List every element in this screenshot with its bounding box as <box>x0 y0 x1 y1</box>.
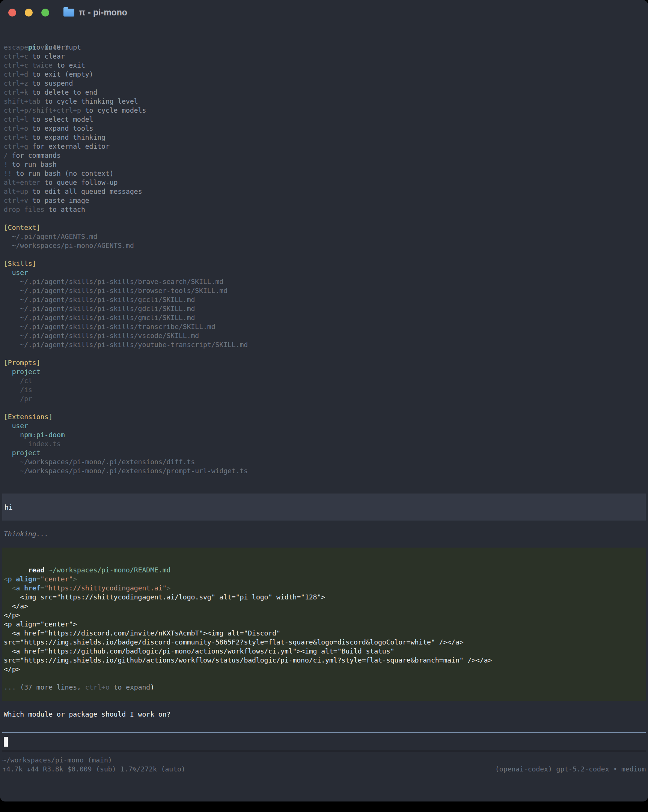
shortcut-line: shift+tab to cycle thinking level <box>4 97 648 106</box>
folder-icon <box>64 9 74 17</box>
cwd-status-line: ~/workspaces/pi-mono (main) <box>2 756 646 765</box>
shortcut-line: alt+enter to queue follow-up <box>4 178 648 187</box>
code-line: src="https://img.shields.io/github/actio… <box>4 656 644 665</box>
code-line: <p align="center"> <box>4 575 644 584</box>
code-line: </p> <box>4 665 644 674</box>
extensions-section: [Extensions] user npm:pi-doom index.ts p… <box>4 412 648 475</box>
user-message-text: hi <box>5 503 13 511</box>
traffic-lights <box>8 9 49 17</box>
tool-call-header: read~/workspaces/pi-mono/README.md <box>4 557 644 566</box>
file-path: ~/.pi/agent/AGENTS.md <box>4 232 648 241</box>
titlebar: π - pi-mono <box>0 0 648 25</box>
code-line: <img src="https://shittycodingagent.ai/l… <box>4 593 644 602</box>
context-files: ~/.pi/agent/AGENTS.md~/workspaces/pi-mon… <box>4 232 648 250</box>
usage-stats: ↑4.7k ↓44 R3.8k $0.009 (sub) 1.7%/272k (… <box>2 765 186 774</box>
shortcut-line: ctrl+t to expand thinking <box>4 133 648 142</box>
file-path: ~/.pi/agent/skills/pi-skills/gdcli/SKILL… <box>4 304 648 313</box>
shortcut-list: escape to interruptctrl+c to clearctrl+c… <box>4 43 648 214</box>
code-line: </p> <box>4 611 644 620</box>
shortcut-line: ctrl+c twice to exit <box>4 61 648 70</box>
code-line: <a href="https://discord.com/invite/nKXT… <box>4 629 644 638</box>
context-header: [Context] <box>4 223 648 232</box>
thinking-indicator: Thinking... <box>4 530 648 539</box>
shortcut-line: ctrl+z to suspend <box>4 79 648 88</box>
terminal-window: π - pi-mono piv0.49.3 escape to interrup… <box>0 0 648 801</box>
prompt-command: /is <box>4 385 648 394</box>
file-path: ~/.pi/agent/skills/pi-skills/transcribe/… <box>4 322 648 331</box>
tool-call-box: read~/workspaces/pi-mono/README.md <p al… <box>2 548 646 701</box>
skills-files: ~/.pi/agent/skills/pi-skills/brave-searc… <box>4 277 648 349</box>
extension-package-file: index.ts <box>4 440 648 449</box>
prompts-scope-label: project <box>4 367 648 376</box>
shortcut-line: ctrl+g for external editor <box>4 142 648 151</box>
tool-name: read <box>28 566 44 574</box>
extensions-project-scope-label: project <box>4 449 648 458</box>
prompt-commands: /cl/is/pr <box>4 376 648 403</box>
minimize-button[interactable] <box>25 9 33 17</box>
shortcut-line: alt+up to edit all queued messages <box>4 187 648 196</box>
file-path: ~/.pi/agent/skills/pi-skills/brave-searc… <box>4 277 648 286</box>
shortcut-line: / for commands <box>4 151 648 160</box>
code-block: <p align="center"> <a href="https://shit… <box>4 575 644 674</box>
session-log: piv0.49.3 escape to interruptctrl+c to c… <box>0 25 648 475</box>
prompt-command: /pr <box>4 394 648 403</box>
status-bar: ~/workspaces/pi-mono (main) ↑4.7k ↓44 R3… <box>2 756 646 774</box>
skills-header: [Skills] <box>4 259 648 268</box>
file-path: ~/.pi/agent/skills/pi-skills/browser-too… <box>4 286 648 295</box>
skills-scope-label: user <box>4 268 648 277</box>
file-path: ~/workspaces/pi-mono/AGENTS.md <box>4 241 648 250</box>
code-line: <p align="center"> <box>4 620 644 629</box>
file-path: ~/.pi/agent/skills/pi-skills/gccli/SKILL… <box>4 295 648 304</box>
version-line: piv0.49.3 <box>4 34 648 43</box>
user-message: hi <box>2 493 646 520</box>
shortcut-line: ctrl+l to select model <box>4 115 648 124</box>
file-path: ~/.pi/agent/skills/pi-skills/gmcli/SKILL… <box>4 313 648 322</box>
code-line: <a href="https://shittycodingagent.ai"> <box>4 584 644 593</box>
shortcut-line: escape to interrupt <box>4 43 648 52</box>
shortcut-line: ctrl+v to paste image <box>4 196 648 205</box>
shortcut-line: !! to run bash (no context) <box>4 169 648 178</box>
truncation-line: ... (37 more lines, ctrl+o to expand) <box>4 683 644 692</box>
prompt-command: /cl <box>4 376 648 385</box>
tool-argument: ~/workspaces/pi-mono/README.md <box>44 566 171 574</box>
code-line: </a> <box>4 602 644 611</box>
shortcut-line: ! to run bash <box>4 160 648 169</box>
input-cursor <box>4 737 8 746</box>
shortcut-line: ctrl+p/shift+ctrl+p to cycle models <box>4 106 648 115</box>
usage-status-line: ↑4.7k ↓44 R3.8k $0.009 (sub) 1.7%/272k (… <box>2 765 646 774</box>
shortcut-line: drop files to attach <box>4 205 648 214</box>
assistant-message: Which module or package should I work on… <box>4 710 648 719</box>
shortcut-line: ctrl+d to exit (empty) <box>4 70 648 79</box>
file-path: ~/.pi/agent/skills/pi-skills/vscode/SKIL… <box>4 331 648 340</box>
cwd-status: ~/workspaces/pi-mono (main) <box>2 756 112 765</box>
shortcut-line: ctrl+c to clear <box>4 52 648 61</box>
code-line: src="https://img.shields.io/badge/discor… <box>4 638 644 647</box>
extension-files: ~/workspaces/pi-mono/.pi/extensions/diff… <box>4 458 648 475</box>
code-line: <a href="https://github.com/badlogic/pi-… <box>4 647 644 656</box>
zoom-button[interactable] <box>41 9 49 17</box>
skills-section: [Skills] user ~/.pi/agent/skills/pi-skil… <box>4 259 648 349</box>
extensions-user-scope-label: user <box>4 421 648 430</box>
context-section: [Context] ~/.pi/agent/AGENTS.md~/workspa… <box>4 223 648 250</box>
model-info: (openai-codex) gpt-5.2-codex • medium <box>495 765 646 774</box>
file-path: ~/workspaces/pi-mono/.pi/extensions/prom… <box>4 467 648 475</box>
prompts-section: [Prompts] project /cl/is/pr <box>4 358 648 403</box>
window-title: π - pi-mono <box>79 8 127 18</box>
prompts-header: [Prompts] <box>4 358 648 367</box>
shortcut-line: ctrl+k to delete to end <box>4 88 648 97</box>
file-path: ~/.pi/agent/skills/pi-skills/youtube-tra… <box>4 340 648 349</box>
shortcut-line: ctrl+o to expand tools <box>4 124 648 133</box>
title-group: π - pi-mono <box>64 8 127 18</box>
close-button[interactable] <box>8 9 16 17</box>
extension-package: npm:pi-doom <box>4 430 648 440</box>
file-path: ~/workspaces/pi-mono/.pi/extensions/diff… <box>4 458 648 467</box>
prompt-input[interactable] <box>2 733 646 751</box>
extensions-header: [Extensions] <box>4 412 648 421</box>
